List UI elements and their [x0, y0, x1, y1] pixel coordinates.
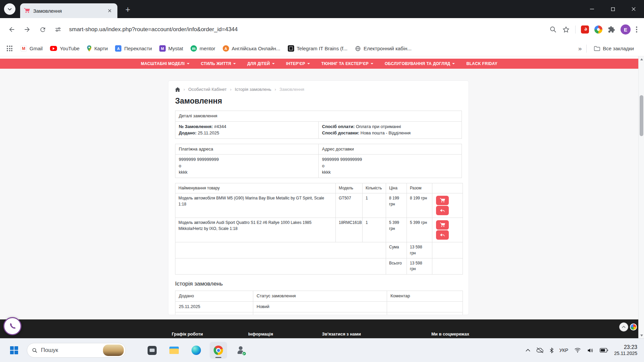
cart-icon — [440, 198, 445, 203]
tray-battery[interactable] — [600, 348, 608, 353]
return-button[interactable] — [436, 230, 449, 240]
wifi-icon — [574, 348, 581, 353]
browser-menu-button[interactable] — [636, 26, 637, 33]
page-scrollbar[interactable] — [638, 56, 644, 338]
chevron-up-icon — [526, 349, 530, 352]
grand-total-value: 13 598 грн — [407, 258, 432, 275]
scrollbar-thumb[interactable] — [640, 95, 643, 136]
product-qty: 1 — [363, 218, 386, 242]
taskbar-clock[interactable]: 23:23 25.11.2025 — [614, 344, 637, 357]
nav-item-scale-models[interactable]: МАСШТАБНІ МОДЕЛІ — [141, 61, 190, 66]
nav-item-tuning[interactable]: ТЮНІНГ ТА ЕКСТЕР'ЄР — [321, 61, 373, 66]
return-arrow-icon — [440, 208, 445, 213]
translate-favicon — [115, 45, 121, 52]
address-bar-url[interactable]: smart-shop.ua/index.php?route=account/or… — [69, 26, 238, 33]
close-icon — [632, 7, 636, 11]
nav-item-lifestyle[interactable]: СТИЛЬ ЖИТТЯ — [201, 61, 236, 66]
taskbar-search[interactable]: Пошук — [27, 343, 126, 358]
all-bookmarks-button[interactable]: Все закладки — [591, 44, 637, 53]
floating-extension-icon[interactable] — [630, 323, 637, 330]
scrollbar-up-arrow[interactable] — [639, 56, 644, 62]
bookmark-item-youtube[interactable]: YouTube — [47, 44, 82, 53]
star-icon — [562, 26, 570, 34]
caret-down-icon — [187, 63, 190, 64]
taskbar-file-explorer[interactable] — [165, 342, 183, 359]
folder-icon — [594, 46, 600, 51]
nav-item-kids[interactable]: ДЛЯ ДІТЕЙ — [247, 61, 274, 66]
bookmark-item-translate[interactable]: Перекласти — [112, 44, 154, 53]
new-tab-button[interactable] — [123, 4, 133, 14]
window-minimize-button[interactable] — [582, 0, 602, 18]
zoom-search-button[interactable] — [549, 26, 557, 33]
bookmarks-overflow-button[interactable] — [578, 45, 582, 52]
toolbar-divider — [575, 25, 576, 34]
site-nav-bar: МАСШТАБНІ МОДЕЛІ СТИЛЬ ЖИТТЯ ДЛЯ ДІТЕЙ І… — [0, 59, 638, 69]
tab-close-button[interactable] — [106, 7, 113, 14]
gmail-favicon — [20, 45, 27, 52]
bookmark-item-gmail[interactable]: Gmail — [18, 44, 45, 53]
browser-tab[interactable]: Замовлення — [20, 3, 117, 18]
window-maximize-button[interactable] — [602, 0, 623, 18]
taskbar-chrome[interactable] — [210, 342, 227, 359]
start-button[interactable] — [5, 342, 23, 359]
product-total: 8 199 грн — [407, 193, 432, 218]
scrollbar-down-arrow[interactable] — [639, 333, 644, 338]
order-history-title: Історія замовлень — [175, 281, 462, 287]
breadcrumb: Особистий Кабінет Історія замовлень Замо… — [175, 87, 462, 92]
product-model: 18RMC161B — [336, 218, 363, 242]
site-favicon-cart-icon — [24, 8, 30, 13]
footer-col-info: Інформація — [248, 331, 273, 337]
breadcrumb-order-history-link[interactable]: Історія замовлень — [235, 87, 271, 92]
tray-volume[interactable] — [587, 348, 594, 353]
bookmark-item-maps[interactable]: Карти — [84, 44, 110, 53]
nav-item-care[interactable]: ОБСЛУГОВУВАННЯ ТА ДОГЛЯД — [385, 61, 455, 66]
profile-avatar[interactable]: E — [621, 24, 631, 35]
extensions-puzzle-button[interactable] — [608, 26, 615, 33]
return-button[interactable] — [436, 206, 449, 215]
totals-row: Всього 13 598 грн — [175, 258, 463, 275]
bookmark-item-cabinet[interactable]: Електронний кабін... — [352, 44, 414, 53]
taskbar-teams[interactable] — [232, 342, 249, 359]
breadcrumb-account-link[interactable]: Особистий Кабінет — [188, 87, 226, 92]
bookmark-star-button[interactable] — [562, 26, 570, 34]
extension-pinwheel-icon[interactable] — [594, 25, 602, 34]
reorder-button[interactable] — [436, 196, 449, 205]
taskbar-app-dark-window[interactable] — [143, 342, 161, 359]
tray-onedrive-paused[interactable] — [536, 347, 544, 353]
viber-chat-button[interactable] — [3, 317, 21, 335]
tray-chevron-up-button[interactable] — [526, 349, 530, 352]
bookmark-item-english[interactable]: Англійська Онлайн... — [220, 44, 283, 53]
scroll-to-top-button[interactable] — [619, 322, 628, 331]
tab-strip-chevron-button[interactable] — [4, 3, 15, 15]
bookmark-item-telegram[interactable]: Telegram IT Brains (f... — [285, 44, 350, 53]
pdf-extension-button[interactable] — [581, 25, 589, 34]
file-explorer-icon — [169, 347, 179, 354]
order-card: Особистий Кабінет Історія замовлень Замо… — [168, 80, 469, 315]
web-page: МАСШТАБНІ МОДЕЛІ СТИЛЬ ЖИТТЯ ДЛЯ ДІТЕЙ І… — [0, 56, 638, 338]
nav-item-interior[interactable]: ІНТЕР'ЄР — [286, 61, 310, 66]
bookmark-item-mystat[interactable]: Mystat — [157, 44, 186, 53]
home-icon[interactable] — [175, 87, 180, 92]
window-close-button[interactable] — [623, 0, 644, 18]
map-pin-favicon — [87, 45, 92, 52]
forward-button[interactable] — [20, 22, 34, 37]
search-highlight-image[interactable] — [103, 345, 124, 356]
tray-bluetooth[interactable] — [550, 348, 553, 353]
windows-logo-icon — [10, 346, 18, 354]
reload-icon — [39, 26, 46, 33]
bookmark-item-mentor[interactable]: mentor — [188, 44, 218, 53]
back-button[interactable] — [5, 22, 19, 37]
reload-button[interactable] — [36, 22, 50, 37]
reorder-button[interactable] — [436, 220, 449, 230]
apps-grid-button[interactable] — [7, 46, 12, 51]
tray-wifi[interactable] — [574, 348, 581, 353]
product-name: Модель автомобіля BMW M5 (G90) Marina Ba… — [175, 193, 336, 218]
tray-language[interactable]: УКР — [559, 348, 568, 353]
nav-item-black-friday[interactable]: BLACK FRIDAY — [466, 61, 497, 66]
grand-total-label: Всього — [386, 258, 407, 275]
payment-address-cell: 9999999 999999999 о kkkk — [175, 155, 319, 178]
taskbar-edge[interactable] — [187, 342, 205, 359]
site-settings-button[interactable] — [51, 22, 65, 37]
speaker-icon — [587, 348, 594, 353]
browser-tab-strip: Замовлення — [0, 0, 644, 18]
